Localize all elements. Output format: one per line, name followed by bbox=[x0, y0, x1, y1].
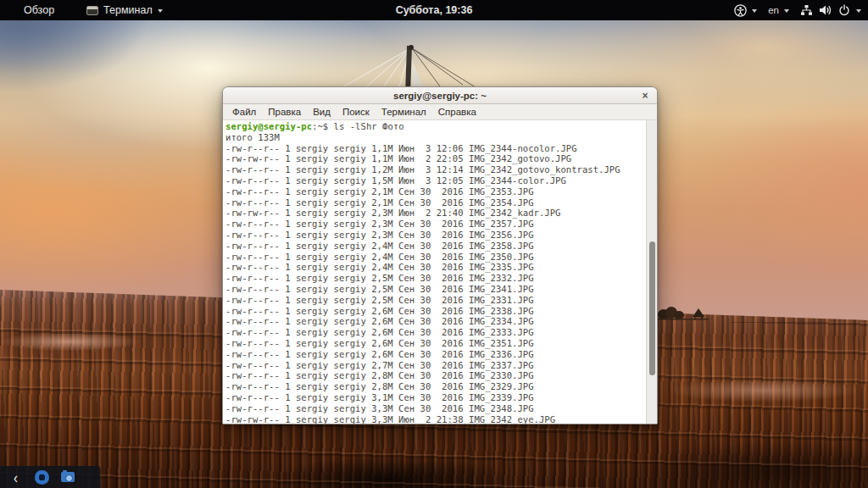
boat-mast-image bbox=[339, 22, 492, 90]
power-icon bbox=[838, 4, 850, 16]
camera-icon[interactable] bbox=[61, 472, 75, 482]
browser-lens-icon[interactable] bbox=[35, 470, 49, 485]
activities-button[interactable]: Обзор bbox=[24, 4, 54, 16]
chevron-down-icon bbox=[158, 9, 163, 13]
prompt-line: sergiy@sergiy-pc:~$ ls -lShr Фото bbox=[225, 121, 404, 131]
keyboard-layout-menu[interactable]: en bbox=[768, 5, 789, 15]
volume-icon bbox=[819, 4, 832, 16]
keyboard-layout-label: en bbox=[768, 5, 779, 15]
terminal-listing: итого 133M -rw-r--r-- 1 sergiy sergiy 1,… bbox=[225, 132, 620, 424]
island-silhouette bbox=[658, 305, 721, 324]
terminal-app-icon bbox=[86, 6, 98, 15]
scrollbar-thumb[interactable] bbox=[649, 241, 655, 375]
accessibility-menu[interactable] bbox=[734, 4, 757, 17]
app-menu-label: Терминал bbox=[103, 4, 153, 16]
menu-bar: Файл Правка Вид Поиск Терминал Справка bbox=[223, 104, 657, 120]
app-menu-terminal[interactable]: Терминал bbox=[86, 4, 163, 16]
desktop: Обзор Терминал Суббота, 19:36 en bbox=[0, 0, 868, 488]
terminal-window: sergiy@sergiy-pc: ~ × Файл Правка Вид По… bbox=[222, 86, 658, 424]
prompt-symbol: $ bbox=[323, 121, 334, 131]
system-menu[interactable] bbox=[800, 4, 861, 16]
chevron-down-icon bbox=[856, 9, 861, 13]
accessibility-icon bbox=[734, 4, 747, 17]
chevron-down-icon bbox=[752, 9, 757, 13]
prompt-user-host: sergiy@sergiy-pc bbox=[225, 121, 312, 131]
menu-help[interactable]: Справка bbox=[432, 104, 482, 119]
scrollbar[interactable] bbox=[646, 120, 657, 424]
close-button[interactable]: × bbox=[638, 89, 652, 103]
menu-terminal[interactable]: Терминал bbox=[376, 104, 432, 119]
menu-edit[interactable]: Правка bbox=[262, 104, 307, 119]
terminal-content[interactable]: sergiy@sergiy-pc:~$ ls -lShr Фото итого … bbox=[223, 120, 646, 424]
menu-view[interactable]: Вид bbox=[307, 104, 337, 119]
window-title: sergiy@sergiy-pc: ~ bbox=[393, 91, 487, 101]
top-bar: Обзор Терминал Суббота, 19:36 en bbox=[0, 0, 868, 20]
network-wired-icon bbox=[800, 4, 813, 16]
command-text: ls -lShr Фото bbox=[334, 121, 404, 131]
dock-panel: ‹ bbox=[0, 466, 100, 488]
menu-search[interactable]: Поиск bbox=[337, 104, 376, 119]
chevron-left-icon[interactable]: ‹ bbox=[14, 469, 18, 485]
chevron-down-icon bbox=[784, 9, 789, 13]
window-titlebar[interactable]: sergiy@sergiy-pc: ~ × bbox=[223, 87, 657, 104]
menu-file[interactable]: Файл bbox=[226, 104, 262, 119]
terminal-body: sergiy@sergiy-pc:~$ ls -lShr Фото итого … bbox=[223, 120, 657, 424]
